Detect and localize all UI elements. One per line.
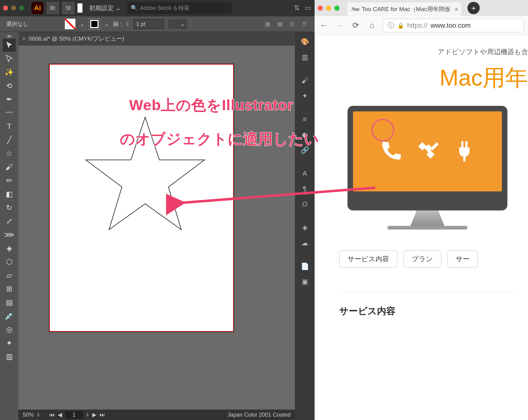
layers-panel-icon[interactable]: ◈ [299,222,311,234]
artboard-last-icon[interactable]: ⏭ [100,412,105,418]
paragraph-panel-icon[interactable]: ¶ [299,183,311,195]
brushes-panel-icon[interactable]: 🖌 [299,74,311,87]
url-scheme: https:// [407,22,427,30]
scale-tool[interactable]: ⤢ [3,215,16,228]
close-tab-button[interactable]: × [22,35,26,42]
phone-icon [378,139,403,164]
pencil-tool[interactable]: ✏ [3,174,16,187]
stroke-panel-icon[interactable]: ≡ [299,113,311,126]
magic-wand-tool[interactable]: ✨ [3,66,16,79]
tools-panel: ◀▶ ✨ ⟲ ✒ 〰 T ╱ ☆ 🖌 ✏ ◧ ↻ ⤢ ⋙ ◈ ⬡ ▱ ⊞ ▤ 💉… [0,32,18,420]
direct-selection-tool[interactable] [3,52,16,65]
content-tab-plan[interactable]: プラン [403,250,441,268]
stock-shortcut[interactable]: St [62,2,74,14]
site-info-icon[interactable]: ⓘ [387,21,394,30]
minimize-window-button[interactable] [11,6,16,10]
browser-tab[interactable]: .Too Too CARE for Mac（Mac用年間仮 × [347,2,461,16]
character-panel-icon[interactable]: A [299,167,311,180]
content-tab-more[interactable]: サー [447,250,478,268]
document-tabbar: × 0606.ai* @ 50% (CMYK/プレビュー) [18,32,295,46]
transparency-panel-icon[interactable]: ◐ [299,129,311,141]
pen-tool[interactable]: ✒ [3,93,16,106]
reload-button[interactable]: ⟳ [351,21,361,30]
transform-options-icon[interactable]: ▦ [276,21,284,27]
color-profile-label: Japan Color 2001 Coated [228,412,291,418]
selection-tool[interactable] [3,39,16,52]
adobe-stock-search[interactable]: 🔍 Adobe Stock を検索 [127,2,232,14]
close-window-button[interactable] [3,6,8,10]
prefs-icon[interactable]: ☰ [300,21,308,27]
status-bar: 50% ▲▼ ⏮ ◀ 1 ▲▼ ▶ ⏭ Japan Color 2001 Coa… [18,410,295,420]
links-panel-icon[interactable]: 🔗 [299,144,311,156]
forward-button[interactable]: → [335,21,345,30]
stroke-weight-input[interactable]: 1 pt [133,19,164,29]
zoom-value: 50% [23,412,34,418]
stroke-label: 線 : [113,20,122,28]
fill-dropdown[interactable]: ⌄ [80,21,85,27]
eyedropper-tool[interactable]: 💉 [3,310,16,322]
sync-icon[interactable]: ⇅ [294,4,300,12]
gradient-tool[interactable]: ▤ [3,296,16,309]
rotate-tool[interactable]: ↻ [3,201,16,214]
artboard [49,64,234,332]
browser-minimize-button[interactable] [326,6,331,11]
isolate-icon[interactable]: ⊟ [288,21,296,27]
new-tab-button[interactable]: + [467,2,480,14]
cc-libraries-panel-icon[interactable]: ☁ [299,237,311,249]
column-graph-tool[interactable]: ▥ [3,350,16,363]
address-bar[interactable]: ⓘ 🔒 https://www.too.com [383,19,524,32]
webpage-content: アドビソフトや周辺機器も含 Mac用年 サービス内容 プラン サー サービス内容 [315,35,528,420]
illustrator-logo: Ai [31,2,44,14]
back-button[interactable]: ← [319,21,329,30]
properties-panel-icon[interactable]: 📄 [299,260,311,273]
chevron-down-icon: ⌄ [116,4,121,12]
tab-close-button[interactable]: × [455,6,458,13]
actions-panel-icon[interactable]: ▣ [299,276,311,288]
menu-icon[interactable]: ▭ [305,4,312,12]
curvature-tool[interactable]: 〰 [3,106,16,119]
artboard-nav[interactable]: ⏮ ◀ 1 ▲▼ ▶ ⏭ [49,411,105,419]
bridge-shortcut[interactable]: Br [47,2,59,14]
arrange-documents-button[interactable] [77,3,82,13]
lasso-tool[interactable]: ⟲ [3,79,16,92]
content-tab-service[interactable]: サービス内容 [339,250,397,268]
artboard-first-icon[interactable]: ⏮ [49,412,55,418]
document-tab-title[interactable]: 0606.ai* @ 50% (CMYK/プレビュー) [29,35,124,43]
line-tool[interactable]: ╱ [3,134,16,146]
width-tool[interactable]: ⋙ [3,228,16,241]
browser-window: .Too Too CARE for Mac（Mac用年間仮 × + ← → ⟳ … [315,0,528,420]
free-transform-tool[interactable]: ◈ [3,242,16,255]
tab-title: Too CARE for Mac（Mac用年間仮 [362,5,451,13]
home-button[interactable]: ⌂ [367,21,377,30]
workspace-switcher[interactable]: 初期設定 ⌄ [89,4,121,12]
canvas[interactable] [18,46,295,410]
star-shape[interactable] [81,111,210,240]
symbols-panel-icon[interactable]: ✦ [299,90,311,102]
eraser-tool[interactable]: ◧ [3,188,16,201]
browser-toolbar: ← → ⟳ ⌂ ⓘ 🔒 https://www.too.com [315,16,528,35]
stroke-swatch[interactable] [89,18,100,30]
fullscreen-window-button[interactable] [19,6,24,10]
artboard-prev-icon[interactable]: ◀ [58,411,62,418]
perspective-tool[interactable]: ▱ [3,269,16,282]
zoom-control[interactable]: 50% ▲▼ [23,412,40,418]
type-tool[interactable]: T [3,120,16,133]
color-panel-icon[interactable]: 🎨 [299,36,311,48]
fill-swatch-none[interactable] [65,18,76,30]
browser-fullscreen-button[interactable] [334,6,339,11]
browser-close-button[interactable] [318,6,323,11]
symbol-sprayer-tool[interactable]: ✦ [3,337,16,350]
swatches-panel-icon[interactable]: ▥ [299,51,311,63]
illustrator-app: Ai Br St 初期設定 ⌄ 🔍 Adobe Stock を検索 ⇅ ▭ 選択… [0,0,315,420]
blend-tool[interactable]: ◎ [3,323,16,336]
section-heading: サービス内容 [339,292,516,318]
paintbrush-tool[interactable]: 🖌 [3,161,16,174]
stroke-profile-dropdown[interactable]: ⌄ [169,19,187,29]
shape-builder-tool[interactable]: ⬡ [3,255,16,268]
artboard-next-icon[interactable]: ▶ [92,411,97,418]
star-tool[interactable]: ☆ [3,147,16,160]
align-options-icon[interactable]: ▦ [264,21,272,27]
stroke-dropdown[interactable]: ⌄ [104,21,109,27]
mesh-tool[interactable]: ⊞ [3,282,16,295]
opentype-panel-icon[interactable]: O [299,198,311,210]
